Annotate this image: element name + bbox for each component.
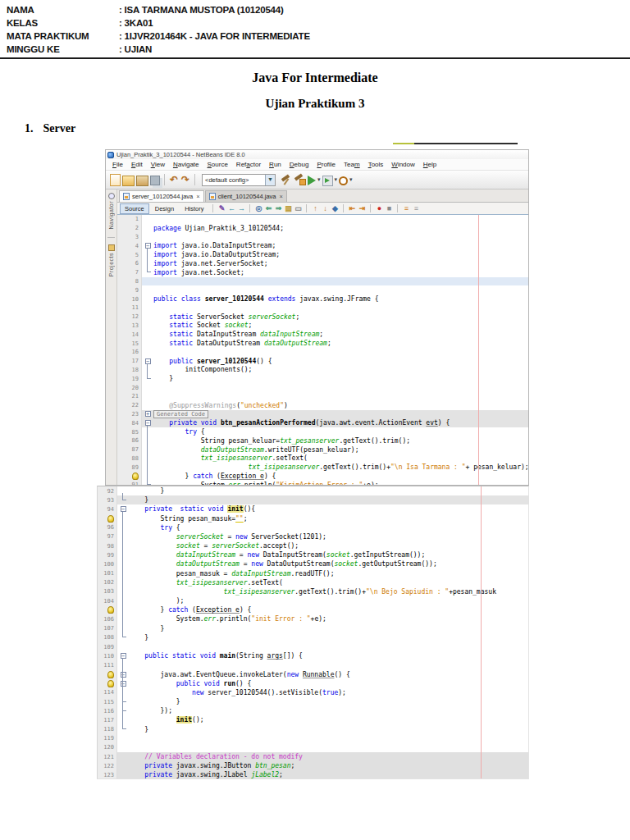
build-project-icon[interactable]	[280, 174, 292, 186]
code-text: @SuppressWarnings("unchecked")	[153, 402, 528, 409]
line-number: 102	[98, 578, 117, 587]
code-line: 18 initComponents();	[117, 366, 528, 375]
menu-item-profile[interactable]: Profile	[313, 161, 340, 168]
shift-right-icon[interactable]: ⇥	[357, 203, 367, 214]
run-project-icon[interactable]	[308, 176, 316, 185]
menu-item-refactor[interactable]: Refactor	[232, 161, 265, 168]
fold-column	[142, 322, 153, 331]
menu-item-view[interactable]: View	[147, 161, 169, 168]
profile-project-icon[interactable]	[339, 176, 348, 185]
header-label: NAMA	[7, 3, 119, 16]
find-next-icon[interactable]: ⇒	[273, 203, 283, 214]
new-project-icon[interactable]	[122, 176, 135, 186]
chevron-down-icon[interactable]: ▾	[349, 176, 353, 183]
tab-label: server_10120544.java	[132, 193, 193, 200]
stray-line-olive	[393, 143, 414, 144]
fold-toggle-icon[interactable]: −	[121, 672, 126, 678]
fold-toggle-icon[interactable]: −	[121, 653, 126, 659]
warning-bulb-icon[interactable]	[107, 680, 114, 687]
fold-toggle-icon[interactable]: −	[121, 681, 126, 687]
start-macro-icon[interactable]: ●	[374, 203, 384, 214]
toggle-bookmark-icon[interactable]: ◆	[330, 203, 340, 214]
new-file-icon[interactable]	[110, 174, 121, 186]
save-all-icon[interactable]	[150, 176, 160, 185]
code-text: try {	[153, 428, 528, 436]
fold-column	[117, 642, 129, 651]
clean-build-icon[interactable]	[294, 174, 306, 186]
fold-toggle-icon[interactable]: −	[145, 243, 151, 249]
back-icon[interactable]: ←	[226, 203, 236, 214]
find-previous-icon[interactable]: ⇐	[263, 203, 273, 214]
tab-client_10120544.java[interactable]: client_10120544.java×	[205, 190, 287, 202]
code-line: 120	[98, 743, 528, 752]
menu-item-edit[interactable]: Edit	[127, 161, 147, 168]
forward-icon[interactable]: →	[236, 203, 246, 214]
code-text: txt_isipesanserver.setText(	[129, 579, 528, 587]
code-line: 121 // Variables declaration - do not mo…	[98, 752, 528, 761]
sidebar-tab-navigator[interactable]: Navigator	[108, 193, 115, 229]
fold-column	[117, 495, 129, 504]
projects-icon	[108, 244, 115, 251]
menu-item-help[interactable]: Help	[419, 161, 441, 168]
next-bookmark-icon[interactable]: ↓	[320, 203, 330, 214]
editor-view-button-source[interactable]: Source	[120, 203, 149, 214]
line-number: 123	[98, 770, 117, 778]
warning-bulb-icon[interactable]	[107, 606, 114, 614]
editor-view-button-history[interactable]: History	[180, 203, 208, 214]
menu-item-window[interactable]: Window	[387, 161, 418, 168]
code-text: );	[129, 597, 528, 605]
fold-column	[117, 624, 129, 633]
menu-item-file[interactable]: File	[108, 161, 127, 168]
netbeans-logo-icon	[107, 152, 114, 158]
rectangular-selection-icon[interactable]: ▭	[293, 203, 303, 214]
menu-item-team[interactable]: Team	[340, 161, 364, 168]
fold-column	[142, 366, 153, 375]
editor-toolbar-separator	[306, 204, 307, 212]
warning-bulb-icon[interactable]	[107, 515, 114, 523]
fold-toggle-icon[interactable]: −	[121, 506, 126, 512]
warning-bulb-icon[interactable]	[107, 671, 114, 678]
fold-toggle-icon[interactable]: +	[145, 411, 151, 417]
uncomment-icon[interactable]: ≡	[411, 203, 421, 214]
redo-icon[interactable]: ↷	[180, 174, 191, 186]
menu-item-debug[interactable]: Debug	[285, 161, 313, 168]
menu-item-navigate[interactable]: Navigate	[169, 161, 203, 168]
chevron-down-icon[interactable]: ▾	[317, 176, 321, 183]
shift-left-icon[interactable]: ⇤	[347, 203, 357, 214]
config-combobox[interactable]: <default config>▼	[202, 174, 276, 186]
fold-toggle-icon[interactable]: −	[145, 420, 151, 426]
find-selection-icon[interactable]: ◎	[253, 203, 263, 214]
last-edit-icon[interactable]: ✎	[217, 203, 226, 214]
menu-item-run[interactable]: Run	[265, 161, 285, 168]
chevron-down-icon[interactable]: ▾	[335, 176, 338, 183]
undo-icon[interactable]: ↶	[168, 174, 180, 186]
debug-project-icon[interactable]	[322, 176, 333, 186]
comment-icon[interactable]: ≡	[401, 203, 411, 214]
stop-macro-icon[interactable]: ■	[384, 203, 394, 214]
previous-bookmark-icon[interactable]: ↑	[310, 203, 320, 214]
code-text: System.err.println("KirimAction Error : …	[153, 482, 528, 485]
code-editor-bottom[interactable]: 92 }93 }94− private static void init(){ …	[98, 486, 528, 778]
warning-bulb-icon[interactable]	[132, 472, 139, 480]
code-text: }	[129, 726, 528, 733]
menu-item-tools[interactable]: Tools	[364, 161, 388, 168]
line-number: 96	[98, 523, 117, 532]
toggle-highlight-icon[interactable]: ▤	[283, 203, 293, 214]
fold-column	[117, 715, 129, 724]
chevron-down-icon[interactable]: ▼	[265, 175, 275, 185]
editor-view-button-design[interactable]: Design	[150, 203, 179, 214]
code-line: 107 }	[98, 624, 528, 633]
sidebar-tab-projects[interactable]: Projects	[108, 244, 115, 276]
menu-item-source[interactable]: Source	[203, 161, 232, 168]
tab-close-icon[interactable]: ×	[280, 193, 283, 200]
open-project-icon[interactable]	[136, 176, 148, 186]
line-number: 3	[117, 233, 142, 242]
tab-server_10120544.java[interactable]: server_10120544.java×	[119, 190, 204, 202]
line-number: 110	[98, 651, 117, 660]
generated-code-fold-badge[interactable]: Generated Code	[153, 410, 208, 418]
tab-close-icon[interactable]: ×	[196, 193, 199, 200]
fold-toggle-icon[interactable]: −	[145, 358, 151, 364]
code-editor-top[interactable]: 12package Ujian_Praktik_3_10120544;34−im…	[117, 215, 528, 485]
fold-column	[142, 383, 153, 392]
code-text: }	[129, 625, 528, 632]
